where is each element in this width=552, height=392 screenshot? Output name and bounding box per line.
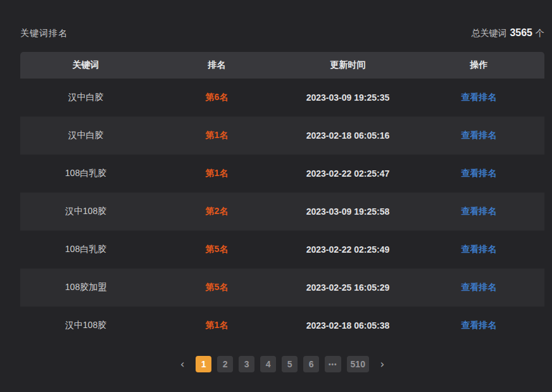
pagination: ‹ 123456•••510 › (20, 356, 544, 372)
page-title: 关键词排名 (20, 28, 68, 39)
view-ranking-link[interactable]: 查看排名 (461, 282, 497, 292)
pagination-page-510[interactable]: 510 (347, 356, 369, 372)
pagination-page-1[interactable]: 1 (196, 356, 211, 372)
action-cell: 查看排名 (413, 282, 544, 293)
view-ranking-link[interactable]: 查看排名 (461, 168, 497, 178)
keyword-ranking-panel: 关键词排名 总关键词 3565 个 关键词 排名 更新时间 操作 汉中白胶 第6… (0, 0, 552, 372)
column-header-action: 操作 (413, 60, 544, 71)
keyword-cell: 汉中108胶 (20, 206, 151, 217)
updated-cell: 2023-02-18 06:05:16 (282, 130, 413, 141)
action-cell: 查看排名 (413, 130, 544, 141)
updated-cell: 2023-02-22 02:25:47 (282, 168, 413, 179)
updated-cell: 2023-03-09 19:25:35 (282, 92, 413, 103)
keyword-table: 关键词 排名 更新时间 操作 汉中白胶 第6名 2023-03-09 19:25… (20, 52, 544, 345)
table-body: 汉中白胶 第6名 2023-03-09 19:25:35 查看排名 汉中白胶 第… (20, 79, 544, 345)
keyword-cell: 汉中白胶 (20, 130, 151, 141)
action-cell: 查看排名 (413, 206, 544, 217)
panel-header: 关键词排名 总关键词 3565 个 (20, 24, 544, 39)
action-cell: 查看排名 (413, 244, 544, 255)
view-ranking-link[interactable]: 查看排名 (461, 244, 497, 254)
rank-cell: 第2名 (151, 206, 282, 217)
table-row: 汉中108胶 第2名 2023-03-09 19:25:58 查看排名 (20, 193, 544, 231)
pagination-next-icon[interactable]: › (375, 356, 390, 372)
table-row: 108白乳胶 第1名 2023-02-22 02:25:47 查看排名 (20, 155, 544, 193)
action-cell: 查看排名 (413, 320, 544, 331)
total-keywords-count: 3565 (510, 27, 532, 39)
pagination-prev-icon[interactable]: ‹ (175, 356, 190, 372)
keyword-cell: 108白乳胶 (20, 168, 151, 179)
rank-cell: 第1名 (151, 168, 282, 179)
total-keywords: 总关键词 3565 个 (471, 27, 544, 39)
view-ranking-link[interactable]: 查看排名 (461, 206, 497, 216)
keyword-cell: 汉中108胶 (20, 320, 151, 331)
table-row: 汉中白胶 第1名 2023-02-18 06:05:16 查看排名 (20, 117, 544, 155)
pagination-pages: 123456•••510 (196, 356, 369, 372)
view-ranking-link[interactable]: 查看排名 (461, 92, 497, 102)
table-row: 108白乳胶 第5名 2023-02-22 02:25:49 查看排名 (20, 231, 544, 269)
updated-cell: 2023-03-09 19:25:58 (282, 206, 413, 217)
total-keywords-unit: 个 (536, 28, 544, 39)
rank-cell: 第1名 (151, 320, 282, 331)
column-header-rank: 排名 (151, 60, 282, 71)
updated-cell: 2023-02-18 06:05:38 (282, 320, 413, 331)
rank-cell: 第5名 (151, 282, 282, 293)
rank-cell: 第5名 (151, 244, 282, 255)
view-ranking-link[interactable]: 查看排名 (461, 320, 497, 330)
rank-cell: 第1名 (151, 130, 282, 141)
table-row: 108胶加盟 第5名 2023-02-25 16:05:29 查看排名 (20, 269, 544, 307)
view-ranking-link[interactable]: 查看排名 (461, 130, 497, 140)
updated-cell: 2023-02-22 02:25:49 (282, 244, 413, 255)
total-keywords-label: 总关键词 (471, 28, 506, 39)
table-header-row: 关键词 排名 更新时间 操作 (20, 52, 544, 79)
keyword-cell: 108胶加盟 (20, 282, 151, 293)
keyword-cell: 108白乳胶 (20, 244, 151, 255)
action-cell: 查看排名 (413, 92, 544, 103)
rank-cell: 第6名 (151, 92, 282, 103)
table-row: 汉中108胶 第1名 2023-02-18 06:05:38 查看排名 (20, 307, 544, 345)
keyword-cell: 汉中白胶 (20, 92, 151, 103)
action-cell: 查看排名 (413, 168, 544, 179)
column-header-keyword: 关键词 (20, 60, 151, 71)
pagination-page-6[interactable]: 6 (303, 356, 319, 372)
pagination-page-5[interactable]: 5 (282, 356, 298, 372)
pagination-page-2[interactable]: 2 (217, 356, 233, 372)
pagination-page-3[interactable]: 3 (239, 356, 254, 372)
column-header-updated: 更新时间 (282, 60, 413, 71)
pagination-page-4[interactable]: 4 (260, 356, 276, 372)
updated-cell: 2023-02-25 16:05:29 (282, 282, 413, 293)
table-row: 汉中白胶 第6名 2023-03-09 19:25:35 查看排名 (20, 79, 544, 117)
pagination-ellipsis[interactable]: ••• (325, 356, 341, 372)
